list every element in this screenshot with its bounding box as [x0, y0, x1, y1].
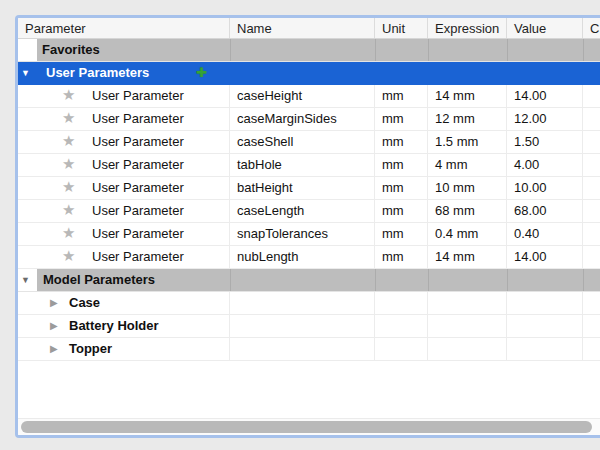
group-row-model-parameters[interactable]: ▼Model Parameters: [18, 269, 600, 292]
cell-value[interactable]: 14.00: [507, 246, 583, 268]
column-header-parameter[interactable]: Parameter: [18, 18, 230, 38]
cell-parameter-type[interactable]: ★User Parameter: [18, 154, 230, 176]
cell-comments[interactable]: [583, 223, 600, 245]
cell-name[interactable]: caseHeight: [230, 85, 375, 107]
group-row-user-parameters[interactable]: ▼User Parameters✚: [18, 62, 600, 85]
parameter-type-label: User Parameter: [92, 177, 184, 199]
cell-comments[interactable]: [583, 200, 600, 222]
param-row-nublength[interactable]: ★User ParameternubLengthmm14 mm14.00: [18, 246, 600, 269]
column-header-name[interactable]: Name: [230, 18, 375, 38]
cell-subgroup: ▶Battery Holder: [18, 315, 230, 337]
cell-expression[interactable]: 1.5 mm: [428, 131, 507, 153]
column-separator: [583, 39, 584, 61]
add-parameter-button[interactable]: ✚: [196, 62, 207, 84]
favorite-star-icon[interactable]: ★: [62, 246, 75, 267]
column-header-expression[interactable]: Expression: [428, 18, 507, 38]
cell-expression[interactable]: 68 mm: [428, 200, 507, 222]
cell-parameter-type[interactable]: ★User Parameter: [18, 223, 230, 245]
cell-value[interactable]: 68.00: [507, 200, 583, 222]
cell-comments[interactable]: [583, 131, 600, 153]
cell-unit[interactable]: mm: [375, 177, 428, 199]
cell-parameter-type[interactable]: ★User Parameter: [18, 85, 230, 107]
cell-name[interactable]: batHeight: [230, 177, 375, 199]
cell-unit[interactable]: mm: [375, 246, 428, 268]
triangle-right-icon-case[interactable]: ▶: [50, 292, 58, 314]
favorite-star-icon[interactable]: ★: [62, 154, 75, 175]
cell-comments[interactable]: [583, 108, 600, 130]
cell-value[interactable]: 0.40: [507, 223, 583, 245]
cell-parameter-type[interactable]: ★User Parameter: [18, 246, 230, 268]
column-header-c[interactable]: C: [583, 18, 600, 38]
cell-parameter-type[interactable]: ★User Parameter: [18, 200, 230, 222]
cell-name[interactable]: caseLength: [230, 200, 375, 222]
parameter-type-label: User Parameter: [92, 223, 184, 245]
triangle-right-icon-topper[interactable]: ▶: [50, 338, 58, 360]
cell-unit[interactable]: mm: [375, 131, 428, 153]
horizontal-scrollbar-thumb[interactable]: [21, 421, 592, 433]
cell-unit[interactable]: mm: [375, 85, 428, 107]
column-separator: [428, 269, 429, 291]
column-header-value[interactable]: Value: [507, 18, 583, 38]
cell-value[interactable]: 1.50: [507, 131, 583, 153]
param-row-caselength[interactable]: ★User ParametercaseLengthmm68 mm68.00: [18, 200, 600, 223]
favorite-star-icon[interactable]: ★: [62, 131, 75, 152]
subgroup-row-case[interactable]: ▶Case: [18, 292, 600, 315]
cell-unit[interactable]: mm: [375, 108, 428, 130]
param-row-casemarginsides[interactable]: ★User ParametercaseMarginSidesmm12 mm12.…: [18, 108, 600, 131]
cell-comments[interactable]: [583, 177, 600, 199]
cell-expression[interactable]: 4 mm: [428, 154, 507, 176]
cell-comments[interactable]: [583, 246, 600, 268]
cell-expression[interactable]: 0.4 mm: [428, 223, 507, 245]
parameter-type-label: User Parameter: [92, 85, 184, 107]
column-header-label: Unit: [382, 21, 405, 36]
cell-expression[interactable]: 10 mm: [428, 177, 507, 199]
favorite-star-icon[interactable]: ★: [62, 85, 75, 106]
cell-unit[interactable]: mm: [375, 200, 428, 222]
column-header-unit[interactable]: Unit: [375, 18, 428, 38]
column-separator: [507, 269, 508, 291]
param-row-caseshell[interactable]: ★User ParametercaseShellmm1.5 mm1.50: [18, 131, 600, 154]
group-label: Favorites: [42, 39, 100, 61]
param-row-tabhole[interactable]: ★User ParametertabHolemm4 mm4.00: [18, 154, 600, 177]
triangle-right-icon-battery-holder[interactable]: ▶: [50, 315, 58, 337]
subgroup-row-battery-holder[interactable]: ▶Battery Holder: [18, 315, 600, 338]
group-label: User Parameters: [46, 62, 149, 84]
favorite-star-icon[interactable]: ★: [62, 108, 75, 129]
cell-parameter-type[interactable]: ★User Parameter: [18, 177, 230, 199]
cell-value[interactable]: 14.00: [507, 85, 583, 107]
cell-comments[interactable]: [583, 85, 600, 107]
param-row-caseheight[interactable]: ★User ParametercaseHeightmm14 mm14.00: [18, 85, 600, 108]
cell-name[interactable]: caseShell: [230, 131, 375, 153]
horizontal-scrollbar[interactable]: [18, 418, 600, 435]
group-label: Model Parameters: [43, 269, 155, 291]
column-separator: [507, 39, 508, 61]
column-separator: [375, 269, 376, 291]
table-header: ParameterNameUnitExpressionValueC: [18, 18, 600, 39]
favorite-star-icon[interactable]: ★: [62, 177, 75, 198]
cell-name[interactable]: caseMarginSides: [230, 108, 375, 130]
favorite-star-icon[interactable]: ★: [62, 200, 75, 221]
cell-expression[interactable]: 14 mm: [428, 246, 507, 268]
subgroup-row-topper[interactable]: ▶Topper: [18, 338, 600, 361]
cell-value[interactable]: 10.00: [507, 177, 583, 199]
cell-value[interactable]: 4.00: [507, 154, 583, 176]
cell-parameter-type[interactable]: ★User Parameter: [18, 131, 230, 153]
cell-comments[interactable]: [583, 154, 600, 176]
cell-unit[interactable]: mm: [375, 223, 428, 245]
cell-subgroup: ▶Case: [18, 292, 230, 314]
cell-value[interactable]: 12.00: [507, 108, 583, 130]
cell-parameter-type[interactable]: ★User Parameter: [18, 108, 230, 130]
triangle-down-icon-model-parameters[interactable]: ▼: [21, 269, 30, 291]
cell-name[interactable]: nubLength: [230, 246, 375, 268]
param-row-snaptolerances[interactable]: ★User ParametersnapTolerancesmm0.4 mm0.4…: [18, 223, 600, 246]
subgroup-label: Case: [69, 292, 100, 314]
cell-name[interactable]: tabHole: [230, 154, 375, 176]
favorite-star-icon[interactable]: ★: [62, 223, 75, 244]
cell-name[interactable]: snapTolerances: [230, 223, 375, 245]
cell-unit[interactable]: mm: [375, 154, 428, 176]
triangle-down-icon-user-parameters[interactable]: ▼: [21, 62, 30, 84]
cell-expression[interactable]: 12 mm: [428, 108, 507, 130]
cell-expression[interactable]: 14 mm: [428, 85, 507, 107]
param-row-batheight[interactable]: ★User ParameterbatHeightmm10 mm10.00: [18, 177, 600, 200]
group-row-favorites[interactable]: Favorites: [18, 39, 600, 62]
